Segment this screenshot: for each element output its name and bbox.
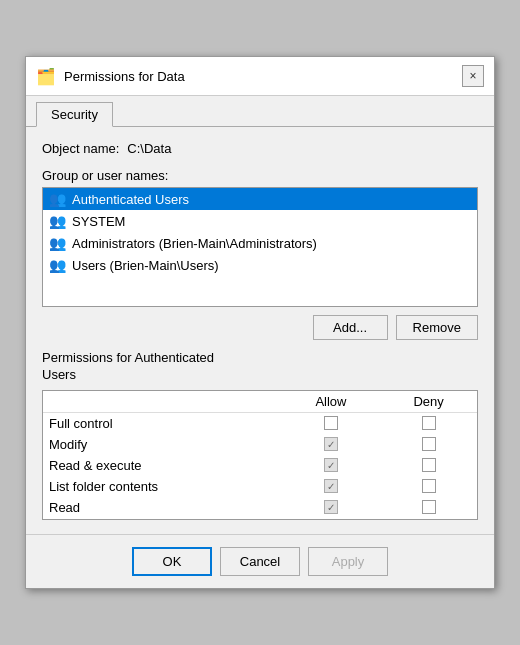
group-section-label: Group or user names: xyxy=(42,168,478,183)
user-item-users[interactable]: 👥 Users (Brien-Main\Users) xyxy=(43,254,477,276)
perm-name-list-folder: List folder contents xyxy=(43,476,282,497)
checkbox-deny-modify[interactable] xyxy=(422,437,436,451)
perm-name-read-execute: Read & execute xyxy=(43,455,282,476)
perm-allow-read-execute xyxy=(282,455,380,476)
table-row: Modify xyxy=(43,434,477,455)
checkbox-deny-full-control[interactable] xyxy=(422,416,436,430)
checkbox-allow-modify[interactable] xyxy=(324,437,338,451)
user-item-authenticated[interactable]: 👥 Authenticated Users xyxy=(43,188,477,210)
add-remove-row: Add... Remove xyxy=(42,315,478,340)
object-name-value: C:\Data xyxy=(127,141,171,156)
perm-allow-full-control xyxy=(282,412,380,434)
cancel-button[interactable]: Cancel xyxy=(220,547,300,576)
table-row: Read & execute xyxy=(43,455,477,476)
folder-icon: 🗂️ xyxy=(36,67,56,86)
user-name-administrators: Administrators (Brien-Main\Administrator… xyxy=(72,236,317,251)
perm-allow-list-folder xyxy=(282,476,380,497)
perm-deny-modify xyxy=(380,434,477,455)
apply-button[interactable]: Apply xyxy=(308,547,388,576)
user-name-authenticated: Authenticated Users xyxy=(72,192,189,207)
object-name-label: Object name: xyxy=(42,141,119,156)
table-row: Read xyxy=(43,497,477,518)
tab-security[interactable]: Security xyxy=(36,102,113,127)
checkbox-allow-read-execute[interactable] xyxy=(324,458,338,472)
ok-button[interactable]: OK xyxy=(132,547,212,576)
perm-allow-modify xyxy=(282,434,380,455)
perm-deny-list-folder xyxy=(380,476,477,497)
dialog-content: Object name: C:\Data Group or user names… xyxy=(26,127,494,534)
checkbox-allow-list-folder[interactable] xyxy=(324,479,338,493)
table-row: List folder contents xyxy=(43,476,477,497)
col-deny: Deny xyxy=(380,391,477,413)
user-item-system[interactable]: 👥 SYSTEM xyxy=(43,210,477,232)
perm-allow-read xyxy=(282,497,380,518)
permissions-section: Permissions for AuthenticatedUsers Allow… xyxy=(42,350,478,520)
perm-deny-full-control xyxy=(380,412,477,434)
dialog-title: Permissions for Data xyxy=(64,69,185,84)
remove-button[interactable]: Remove xyxy=(396,315,478,340)
checkbox-deny-list-folder[interactable] xyxy=(422,479,436,493)
perm-deny-read-execute xyxy=(380,455,477,476)
col-permission xyxy=(43,391,282,413)
user-icon-system: 👥 xyxy=(49,213,66,229)
object-name-row: Object name: C:\Data xyxy=(42,141,478,156)
title-bar: 🗂️ Permissions for Data × xyxy=(26,57,494,96)
col-allow: Allow xyxy=(282,391,380,413)
user-icon-users: 👥 xyxy=(49,257,66,273)
title-bar-left: 🗂️ Permissions for Data xyxy=(36,67,185,86)
checkbox-allow-read[interactable] xyxy=(324,500,338,514)
perm-name-modify: Modify xyxy=(43,434,282,455)
perm-name-full-control: Full control xyxy=(43,412,282,434)
user-icon-administrators: 👥 xyxy=(49,235,66,251)
user-name-system: SYSTEM xyxy=(72,214,125,229)
user-item-administrators[interactable]: 👥 Administrators (Brien-Main\Administrat… xyxy=(43,232,477,254)
user-icon-authenticated: 👥 xyxy=(49,191,66,207)
close-button[interactable]: × xyxy=(462,65,484,87)
permissions-table-container: Allow Deny Full control xyxy=(42,390,478,520)
permissions-header: Permissions for AuthenticatedUsers xyxy=(42,350,478,384)
checkbox-allow-full-control[interactable] xyxy=(324,416,338,430)
table-row: Full control xyxy=(43,412,477,434)
checkbox-deny-read-execute[interactable] xyxy=(422,458,436,472)
tab-bar: Security xyxy=(26,96,494,127)
user-name-users: Users (Brien-Main\Users) xyxy=(72,258,219,273)
permissions-table: Allow Deny Full control xyxy=(43,391,477,518)
checkbox-deny-read[interactable] xyxy=(422,500,436,514)
add-button[interactable]: Add... xyxy=(313,315,388,340)
perm-deny-read xyxy=(380,497,477,518)
footer-buttons: OK Cancel Apply xyxy=(26,534,494,588)
user-list: 👥 Authenticated Users 👥 SYSTEM 👥 Adminis… xyxy=(42,187,478,307)
perm-name-read: Read xyxy=(43,497,282,518)
dialog: 🗂️ Permissions for Data × Security Objec… xyxy=(25,56,495,589)
